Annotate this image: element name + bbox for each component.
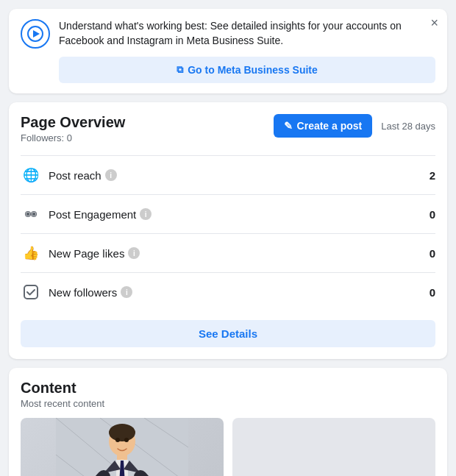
go-to-meta-suite-button[interactable]: ⧉ Go to Meta Business Suite xyxy=(59,57,435,83)
svg-point-16 xyxy=(109,424,135,441)
content-subtitle: Most recent content xyxy=(21,398,435,409)
new-page-likes-label: New Page likes i xyxy=(49,247,140,260)
post-engagement-value: 0 xyxy=(430,208,435,221)
post-engagement-icon xyxy=(21,204,41,224)
banner-card: Understand what's working best: See deta… xyxy=(9,9,447,93)
new-followers-value: 0 xyxy=(430,286,435,299)
svg-rect-17 xyxy=(117,453,127,461)
post-reach-icon: 🌐 xyxy=(21,165,41,185)
post-reach-info-icon[interactable]: i xyxy=(105,169,117,181)
meta-suite-label: Go to Meta Business Suite xyxy=(188,64,318,76)
post-engagement-label: Post Engagement i xyxy=(49,208,152,221)
external-link-icon: ⧉ xyxy=(177,64,183,76)
metric-row-new-page-likes: 👍 New Page likes i 0 xyxy=(21,233,435,272)
new-page-likes-icon: 👍 xyxy=(21,243,41,263)
svg-point-22 xyxy=(115,438,120,442)
content-title: Content xyxy=(21,380,435,397)
metric-row-new-followers: New followers i 0 xyxy=(21,272,435,311)
page-overview-title: Page Overview xyxy=(21,114,125,131)
meta-icon xyxy=(21,19,50,49)
new-followers-info-icon[interactable]: i xyxy=(121,286,132,298)
content-grid xyxy=(21,418,435,476)
page-overview-card: Page Overview Followers: 0 ✎ Create a po… xyxy=(9,102,447,359)
create-post-label: Create a post xyxy=(297,120,363,132)
content-card: Content Most recent content xyxy=(9,368,447,476)
overview-header: Page Overview Followers: 0 ✎ Create a po… xyxy=(21,114,435,143)
metric-row-post-engagement: Post Engagement i 0 xyxy=(21,194,435,233)
new-page-likes-info-icon[interactable]: i xyxy=(128,247,140,259)
svg-point-7 xyxy=(32,213,36,216)
close-button[interactable]: × xyxy=(430,16,438,29)
content-thumbnail-1[interactable] xyxy=(21,418,224,476)
edit-icon: ✎ xyxy=(284,120,293,132)
svg-point-23 xyxy=(124,438,129,442)
new-page-likes-value: 0 xyxy=(430,247,435,260)
post-engagement-info-icon[interactable]: i xyxy=(140,208,152,220)
post-reach-label: Post reach i xyxy=(49,169,117,182)
metric-row-post-reach: 🌐 Post reach i 2 xyxy=(21,155,435,194)
svg-point-6 xyxy=(26,213,30,216)
see-details-button[interactable]: See Details xyxy=(21,320,435,347)
date-range: Last 28 days xyxy=(381,121,435,132)
banner-text: Understand what's working best: See deta… xyxy=(59,19,435,48)
new-followers-icon xyxy=(21,282,41,302)
create-post-button[interactable]: ✎ Create a post xyxy=(274,114,373,138)
new-followers-label: New followers i xyxy=(49,286,132,299)
overview-header-right: ✎ Create a post Last 28 days xyxy=(274,114,435,138)
overview-title-group: Page Overview Followers: 0 xyxy=(21,114,125,143)
post-reach-value: 2 xyxy=(430,169,435,182)
content-thumbnail-2[interactable] xyxy=(232,418,435,476)
followers-count: Followers: 0 xyxy=(21,132,125,143)
svg-marker-1 xyxy=(33,30,40,38)
svg-rect-8 xyxy=(24,285,38,299)
